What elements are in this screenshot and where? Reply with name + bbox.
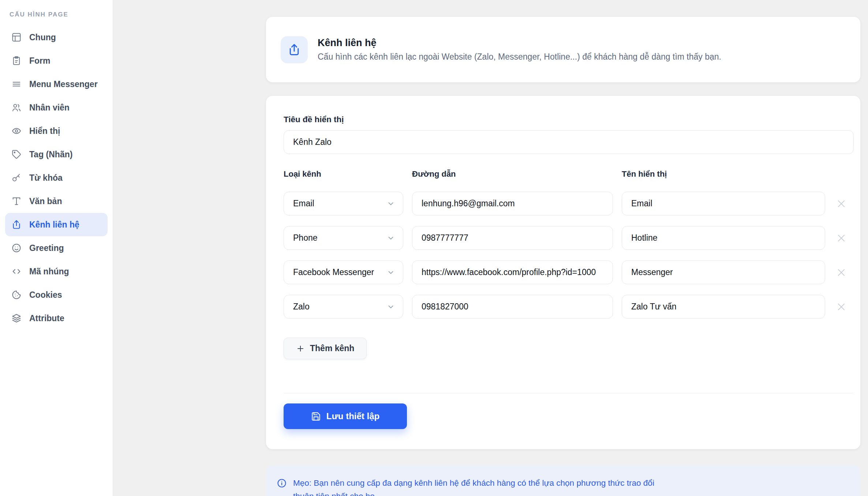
channel-type-select[interactable]: Facebook Messenger	[284, 260, 403, 284]
plus-icon	[296, 344, 305, 353]
remove-channel-button[interactable]	[834, 300, 849, 314]
close-icon	[836, 233, 847, 244]
column-label-display: Tên hiển thị	[622, 169, 825, 179]
channel-url-input[interactable]	[412, 260, 613, 284]
sidebar-item-form[interactable]: Form	[5, 49, 108, 72]
sidebar-item-label: Attribute	[29, 313, 64, 323]
channel-type-value: Facebook Messenger	[293, 267, 374, 277]
channel-type-value: Zalo	[293, 302, 310, 312]
save-settings-label: Lưu thiết lập	[326, 411, 379, 421]
sidebar-item-ma-nhung[interactable]: Mã nhúng	[5, 260, 108, 283]
close-icon	[836, 267, 847, 278]
column-label-type: Loại kênh	[284, 169, 403, 179]
channel-type-value: Phone	[293, 233, 318, 243]
page-description: Cấu hình các kênh liên lạc ngoài Website…	[318, 52, 721, 62]
divider	[284, 393, 854, 393]
smile-icon	[11, 243, 22, 253]
remove-channel-button[interactable]	[834, 231, 849, 245]
sidebar-item-label: Kênh liên hệ	[29, 220, 79, 230]
sidebar-item-tu-khoa[interactable]: Từ khóa	[5, 166, 108, 189]
chevron-down-icon	[387, 234, 395, 242]
sidebar-item-attribute[interactable]: Attribute	[5, 307, 108, 330]
add-channel-label: Thêm kênh	[310, 343, 354, 353]
channel-type-select[interactable]: Phone	[284, 226, 403, 250]
channel-row: Zalo	[284, 295, 854, 319]
page-title: Kênh liên hệ	[318, 37, 721, 49]
sidebar-item-kenh-lien-he[interactable]: Kênh liên hệ	[5, 213, 108, 236]
tip-text: Mẹo: Bạn nên cung cấp đa dạng kênh liên …	[293, 477, 670, 496]
header-icon-box	[281, 36, 308, 63]
eye-icon	[11, 126, 22, 136]
sidebar-item-tag[interactable]: Tag (Nhãn)	[5, 143, 108, 166]
channel-row: Phone	[284, 226, 854, 250]
channel-type-select[interactable]: Zalo	[284, 295, 403, 319]
sidebar-item-nhan-vien[interactable]: Nhân viên	[5, 96, 108, 119]
channel-display-input[interactable]	[622, 192, 825, 215]
sidebar-item-label: Văn bản	[29, 196, 62, 206]
clipboard-icon	[11, 56, 22, 66]
key-icon	[11, 173, 22, 183]
share-icon	[288, 43, 301, 56]
sidebar-item-van-ban[interactable]: Văn bản	[5, 189, 108, 213]
channel-display-input[interactable]	[622, 226, 825, 250]
chevron-down-icon	[387, 303, 395, 311]
sidebar-item-label: Cookies	[29, 290, 62, 300]
sidebar-item-label: Greeting	[29, 243, 64, 253]
display-title-input[interactable]	[284, 130, 854, 154]
channel-display-input[interactable]	[622, 260, 825, 284]
menu-icon	[11, 79, 22, 89]
header-texts: Kênh liên hệ Cấu hình các kênh liên lạc …	[318, 37, 721, 62]
sidebar-item-label: Tag (Nhãn)	[29, 150, 72, 159]
code-icon	[11, 266, 22, 277]
close-icon	[836, 301, 847, 312]
sidebar-item-hien-thi[interactable]: Hiển thị	[5, 119, 108, 143]
sidebar-item-label: Chung	[29, 33, 56, 42]
sidebar-item-menu-messenger[interactable]: Menu Messenger	[5, 72, 108, 96]
channel-url-input[interactable]	[412, 226, 613, 250]
sidebar-item-label: Menu Messenger	[29, 79, 98, 89]
info-icon	[277, 478, 287, 488]
users-icon	[11, 102, 22, 113]
contact-channels-card: Tiêu đề hiển thị Loại kênh Đường dẫn Tên…	[266, 96, 860, 449]
channels-header-row: Loại kênh Đường dẫn Tên hiển thị	[284, 169, 854, 179]
cookie-icon	[11, 290, 22, 300]
sidebar-item-greeting[interactable]: Greeting	[5, 236, 108, 260]
page-header-card: Kênh liên hệ Cấu hình các kênh liên lạc …	[266, 17, 860, 82]
remove-channel-button[interactable]	[834, 265, 849, 280]
chevron-down-icon	[387, 268, 395, 277]
save-icon	[311, 412, 321, 421]
sidebar-item-label: Từ khóa	[29, 173, 63, 183]
chevron-down-icon	[387, 200, 395, 208]
sidebar-item-label: Hiển thị	[29, 126, 60, 136]
column-label-url: Đường dẫn	[412, 169, 613, 179]
tag-icon	[11, 149, 22, 159]
layout-icon	[11, 32, 22, 42]
remove-channel-button[interactable]	[834, 196, 849, 211]
sidebar-item-label: Mã nhúng	[29, 267, 69, 277]
channel-display-input[interactable]	[622, 295, 825, 319]
type-icon	[11, 196, 22, 206]
channel-row: Facebook Messenger	[284, 260, 854, 284]
channel-type-select[interactable]: Email	[284, 192, 403, 215]
sidebar-nav: Chung Form Menu Messenger Nhân viên Hiển…	[0, 26, 113, 330]
tip-banner: Mẹo: Bạn nên cung cấp đa dạng kênh liên …	[266, 466, 860, 496]
sidebar: CẤU HÌNH PAGE Chung Form Menu Messenger …	[0, 0, 113, 496]
save-settings-button[interactable]: Lưu thiết lập	[284, 403, 407, 429]
sidebar-item-label: Nhân viên	[29, 103, 70, 113]
display-title-label: Tiêu đề hiển thị	[284, 115, 860, 124]
sidebar-item-chung[interactable]: Chung	[5, 26, 108, 49]
sidebar-item-cookies[interactable]: Cookies	[5, 283, 108, 307]
add-channel-button[interactable]: Thêm kênh	[284, 338, 367, 359]
channel-url-input[interactable]	[412, 192, 613, 215]
channel-row: Email	[284, 192, 854, 215]
sidebar-item-label: Form	[29, 56, 50, 66]
close-icon	[836, 198, 847, 209]
channel-url-input[interactable]	[412, 295, 613, 319]
share-icon	[11, 219, 22, 230]
main-content: Kênh liên hệ Cấu hình các kênh liên lạc …	[266, 0, 860, 496]
channel-type-value: Email	[293, 199, 314, 208]
layers-icon	[11, 313, 22, 323]
sidebar-section-title: CẤU HÌNH PAGE	[10, 11, 113, 18]
